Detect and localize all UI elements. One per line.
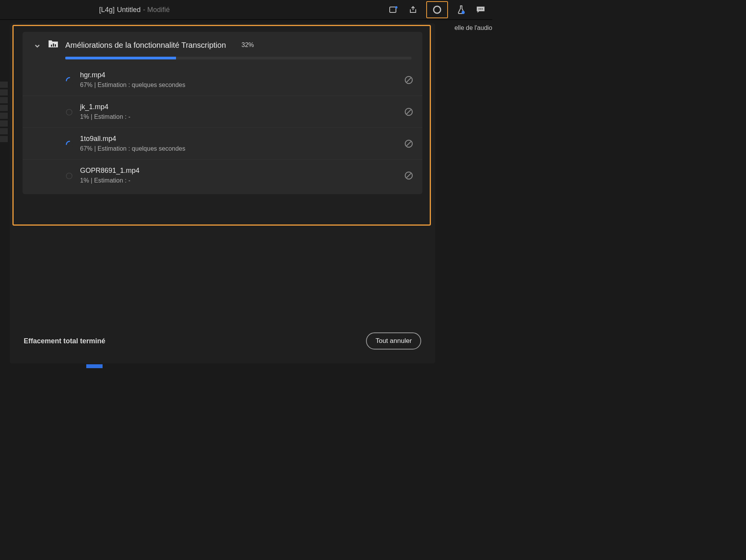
svg-rect-9: [55, 44, 56, 47]
progress-panel: Améliorations de la fonctionnalité Trans…: [10, 23, 435, 363]
job-file-name: hgr.mp4: [80, 71, 185, 79]
cancel-job-icon[interactable]: [404, 139, 413, 148]
cancel-all-button[interactable]: Tout annuler: [366, 332, 421, 350]
svg-point-6: [482, 9, 483, 10]
spinner-idle-icon: [65, 172, 74, 181]
notification-icon[interactable]: [387, 3, 400, 16]
overall-progress-bar: [65, 57, 411, 59]
svg-point-19: [66, 173, 72, 179]
partial-background-text: elle de l'audio: [455, 24, 492, 31]
job-content: hgr.mp467% | Estimation : quelques secon…: [80, 71, 185, 89]
svg-point-5: [480, 9, 481, 10]
panel-footer: Effacement total terminé Tout annuler: [10, 332, 435, 363]
spinner-active-icon: [65, 77, 74, 85]
svg-point-1: [395, 6, 397, 9]
svg-point-2: [434, 6, 441, 13]
svg-point-13: [66, 110, 72, 115]
panel-title: Améliorations de la fonctionnalité Trans…: [65, 41, 226, 50]
panel-header: Améliorations de la fonctionnalité Trans…: [23, 32, 422, 50]
share-icon[interactable]: [407, 3, 419, 16]
cancel-job-icon[interactable]: [404, 76, 413, 84]
chevron-down-icon[interactable]: [34, 43, 41, 50]
svg-line-21: [407, 173, 411, 177]
spinner-active-icon: [65, 140, 74, 149]
spinner-idle-icon: [65, 108, 74, 117]
job-content: jk_1.mp41% | Estimation : -: [80, 103, 131, 120]
jobs-list: hgr.mp467% | Estimation : quelques secon…: [23, 64, 422, 194]
job-status-text: 67% | Estimation : quelques secondes: [80, 145, 185, 152]
panel-percent: 32%: [242, 42, 254, 49]
job-row: hgr.mp467% | Estimation : quelques secon…: [23, 64, 422, 96]
svg-rect-8: [53, 43, 54, 47]
svg-rect-0: [390, 7, 396, 12]
background-strips: [0, 82, 8, 142]
job-content: GOPR8691_1.mp41% | Estimation : -: [80, 167, 139, 184]
progress-circle-icon[interactable]: [426, 1, 448, 18]
flask-icon[interactable]: [455, 3, 467, 16]
job-content: 1to9all.mp467% | Estimation : quelques s…: [80, 135, 185, 152]
job-file-name: 1to9all.mp4: [80, 135, 185, 143]
title-modified: - Modifié: [143, 6, 170, 14]
cancel-job-icon[interactable]: [404, 171, 413, 180]
title-name: Untitled: [117, 6, 141, 14]
job-row: GOPR8691_1.mp41% | Estimation : -: [23, 159, 422, 191]
svg-line-15: [407, 110, 411, 114]
titlebar: [L4g] Untitled - Modifié: [0, 0, 492, 20]
footer-status-text: Effacement total terminé: [24, 337, 105, 345]
svg-line-18: [407, 141, 411, 146]
chat-icon[interactable]: [474, 3, 487, 16]
job-file-name: GOPR8691_1.mp4: [80, 167, 139, 175]
job-row: jk_1.mp41% | Estimation : -: [23, 96, 422, 127]
overall-progress-fill: [65, 57, 176, 59]
title-prefix: [L4g]: [99, 6, 115, 14]
job-file-name: jk_1.mp4: [80, 103, 131, 111]
progress-panel-inner: Améliorations de la fonctionnalité Trans…: [23, 32, 422, 194]
job-status-text: 1% | Estimation : -: [80, 177, 139, 184]
title-group: [L4g] Untitled - Modifié: [99, 6, 170, 14]
cancel-job-icon[interactable]: [404, 108, 413, 116]
svg-rect-7: [51, 45, 52, 47]
timeline-clip-hint: [86, 364, 103, 368]
svg-point-3: [462, 11, 465, 14]
svg-line-12: [407, 78, 411, 82]
titlebar-actions: [387, 1, 487, 18]
job-status-text: 1% | Estimation : -: [80, 113, 131, 120]
job-status-text: 67% | Estimation : quelques secondes: [80, 82, 185, 89]
svg-point-4: [479, 9, 480, 10]
job-row: 1to9all.mp467% | Estimation : quelques s…: [23, 127, 422, 159]
folder-chart-icon: [48, 39, 58, 49]
